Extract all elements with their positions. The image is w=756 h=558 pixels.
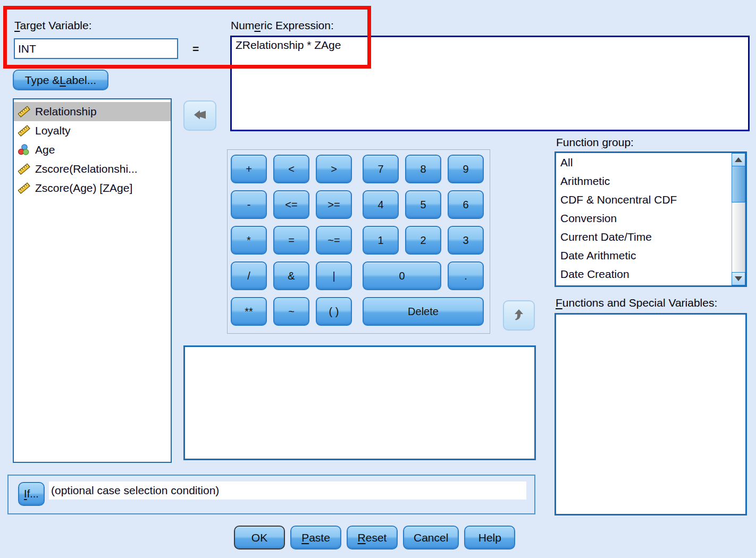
keypad-plus-button[interactable]: + [231, 155, 267, 183]
keypad-4-button[interactable]: 4 [363, 190, 399, 219]
variable-label: Age [35, 143, 55, 156]
keypad-6-button[interactable]: 6 [448, 190, 484, 219]
keypad-0-button[interactable]: 0 [363, 261, 441, 290]
numeric-expression-area[interactable]: ZRelationship * ZAge [230, 36, 750, 131]
function-description-box [183, 345, 536, 460]
function-group-item-current-date-time[interactable]: Current Date/Time [556, 227, 732, 246]
nominal-icon [18, 143, 30, 156]
variable-list: RelationshipLoyaltyAgeZscore(Relationshi… [13, 98, 172, 463]
scale-ruler-icon [18, 182, 30, 195]
variable-label: Loyalty [35, 124, 71, 137]
keypad-3-button[interactable]: 3 [448, 226, 484, 255]
scroll-up-button[interactable] [732, 153, 745, 166]
type-and-label-button[interactable]: Type & Label... [13, 70, 108, 90]
dialog-action-buttons: OKPasteResetCancelHelp [234, 526, 515, 549]
reset-button[interactable]: Reset [347, 526, 398, 549]
keypad-and-button[interactable]: & [273, 261, 309, 290]
keypad-delete-button[interactable]: Delete [363, 297, 484, 326]
variable-item-zscore-age-zage[interactable]: Zscore(Age) [ZAge] [14, 179, 171, 198]
keypad-greater-equal-button[interactable]: >= [316, 190, 352, 219]
compute-variable-dialog: Target Variable: = Numeric Expression: Z… [0, 0, 756, 558]
keypad-rows: +<>789-<=>=456*=~=123/&|0.**~( )Delete [231, 155, 486, 326]
keypad-power-button[interactable]: ** [231, 297, 267, 326]
function-group-item-arithmetic[interactable]: Arithmetic [556, 172, 732, 190]
calculator-keypad: +<>789-<=>=456*=~=123/&|0.**~( )Delete [227, 149, 490, 334]
if-condition-hint: (optional case selection condition) [49, 484, 219, 497]
keypad-less-equal-button[interactable]: <= [273, 190, 309, 219]
keypad-greater-than-button[interactable]: > [316, 155, 352, 183]
scale-ruler-icon [18, 124, 30, 137]
keypad-or-button[interactable]: | [316, 261, 352, 290]
keypad-7-button[interactable]: 7 [363, 155, 399, 183]
scale-ruler-icon [18, 105, 30, 118]
up-triangle-icon [735, 157, 742, 162]
variable-item-age[interactable]: Age [14, 140, 171, 159]
ok-button[interactable]: OK [234, 526, 285, 549]
down-triangle-icon [735, 276, 742, 281]
function-group-item-date-creation[interactable]: Date Creation [556, 265, 732, 283]
function-group-item-cdf-noncentral-cdf[interactable]: CDF & Noncentral CDF [556, 190, 732, 209]
help-button[interactable]: Help [464, 526, 515, 549]
functions-special-variables-label: Functions and Special Variables: [556, 297, 717, 309]
keypad-less-than-button[interactable]: < [273, 155, 309, 183]
keypad-1-button[interactable]: 1 [363, 226, 399, 255]
scroll-down-button[interactable] [732, 272, 745, 285]
variable-item-loyalty[interactable]: Loyalty [14, 121, 171, 140]
numeric-expression-label: Numeric Expression: [231, 19, 334, 32]
if-condition-panel: If... (optional case selection condition… [7, 475, 535, 514]
keypad-8-button[interactable]: 8 [405, 155, 441, 183]
keypad-minus-button[interactable]: - [231, 190, 267, 219]
function-group-list: AllArithmeticCDF & Noncentral CDFConvers… [555, 151, 747, 287]
variable-label: Zscore(Age) [ZAge] [35, 182, 132, 195]
keypad-parentheses-button[interactable]: ( ) [316, 297, 352, 326]
keypad-not-button[interactable]: ~ [273, 297, 309, 326]
if-condition-display: (optional case selection condition) [49, 481, 526, 500]
keypad-9-button[interactable]: 9 [448, 155, 484, 183]
equals-sign: = [192, 43, 199, 55]
keypad-multiply-button[interactable]: * [231, 226, 267, 255]
paste-button[interactable]: Paste [290, 526, 341, 549]
keypad-not-equal-button[interactable]: ~= [316, 226, 352, 255]
keypad-equals-button[interactable]: = [273, 226, 309, 255]
keypad-2-button[interactable]: 2 [405, 226, 441, 255]
keypad-decimal-button[interactable]: . [448, 261, 484, 290]
function-group-items: AllArithmeticCDF & Noncentral CDFConvers… [556, 153, 745, 283]
function-group-label: Function group: [556, 136, 634, 149]
variable-item-relationship[interactable]: Relationship [14, 102, 171, 121]
scale-ruler-icon [18, 163, 30, 175]
function-group-item-all[interactable]: All [556, 153, 732, 172]
up-arrow-icon [514, 308, 524, 323]
variable-label: Zscore(Relationshi... [35, 163, 138, 175]
function-group-item-conversion[interactable]: Conversion [556, 209, 732, 227]
transfer-to-expression-button[interactable] [183, 100, 216, 131]
variable-label: Relationship [35, 105, 97, 118]
target-variable-label: Target Variable: [14, 19, 92, 32]
keypad-5-button[interactable]: 5 [405, 190, 441, 219]
scrollbar-thumb[interactable] [732, 166, 745, 202]
function-group-item-date-arithmetic[interactable]: Date Arithmetic [556, 246, 732, 265]
insert-function-button[interactable] [503, 300, 535, 331]
left-arrow-icon [193, 109, 207, 123]
target-variable-input[interactable] [14, 38, 178, 59]
cancel-button[interactable]: Cancel [403, 526, 459, 549]
keypad-divide-button[interactable]: / [231, 261, 267, 290]
if-button[interactable]: If... [18, 482, 45, 506]
scrollbar[interactable] [732, 153, 745, 285]
scrollbar-track[interactable] [732, 202, 745, 272]
variable-item-zscore-relationshi[interactable]: Zscore(Relationshi... [14, 159, 171, 179]
functions-special-variables-list [555, 313, 747, 515]
